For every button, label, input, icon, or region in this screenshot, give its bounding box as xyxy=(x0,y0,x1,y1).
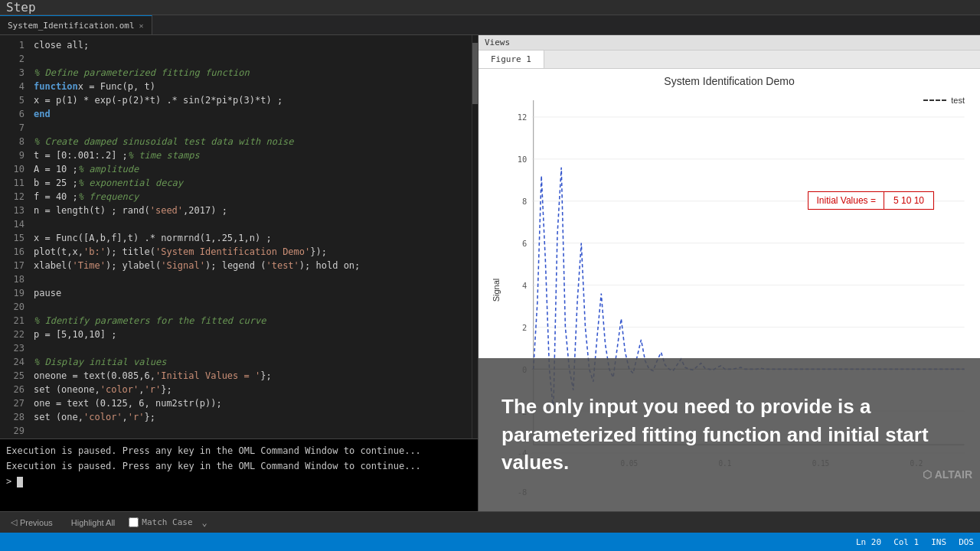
svg-text:8: 8 xyxy=(522,197,527,207)
search-bar: ◁ Previous Highlight All Match Case ⌄ xyxy=(0,511,980,533)
code-line: set (oneone, 'color', 'r'}; xyxy=(34,383,472,396)
line-number: 27 xyxy=(0,396,24,410)
match-case-text: Match Case xyxy=(142,517,192,527)
views-label: Views xyxy=(485,37,510,47)
line-number: 4 xyxy=(0,80,24,93)
search-arrow-icon[interactable]: ⌄ xyxy=(202,517,207,528)
status-right: Ln 20 Col 1 INS DOS xyxy=(856,537,974,547)
console-cursor xyxy=(17,477,23,487)
line-number: 18 xyxy=(0,272,24,286)
code-line: plot(t,x, 'b:'); title('System Identific… xyxy=(34,245,472,259)
match-case-label[interactable]: Match Case xyxy=(129,517,192,527)
code-line: b = 25 ; % exponential decay xyxy=(34,176,472,190)
line-number: 8 xyxy=(0,135,24,148)
prompt-text: > xyxy=(6,476,17,487)
line-number: 5 xyxy=(0,93,24,107)
initial-values-label: Initial Values = xyxy=(808,191,884,210)
initial-values-container: Initial Values = 5 10 10 xyxy=(808,191,934,210)
previous-button[interactable]: ◁ Previous xyxy=(6,516,57,529)
code-line: function x = Func(p, t) xyxy=(34,80,472,93)
line-number: 28 xyxy=(0,410,24,424)
editor-scrollbar[interactable] xyxy=(472,35,478,439)
status-format: DOS xyxy=(959,537,974,547)
line-numbers: 1234567891011121314151617181920212223242… xyxy=(0,35,31,439)
line-number: 17 xyxy=(0,259,24,272)
line-number: 19 xyxy=(0,286,24,300)
code-line: % Define parameterized fitting function xyxy=(34,66,472,80)
altair-brand: ⬡ ALTAIR xyxy=(923,468,972,481)
line-number: 29 xyxy=(0,424,24,438)
code-line: % Display initial values xyxy=(34,355,472,369)
line-number: 23 xyxy=(0,341,24,355)
status-ins: INS xyxy=(931,537,946,547)
code-line: n = length(t) ; rand('seed',2017) ; xyxy=(34,204,472,217)
main-area: 1234567891011121314151617181920212223242… xyxy=(0,35,980,511)
tab-label: System_Identification.oml xyxy=(8,21,135,31)
figure-panel: Views Figure 1 System Identification Dem… xyxy=(479,35,980,511)
overlay-message: The only input you need to provide is a … xyxy=(501,393,957,476)
highlight-all-button[interactable]: Highlight All xyxy=(67,517,119,529)
code-line: pause xyxy=(34,286,472,300)
code-line: f = 40 ; % frequency xyxy=(34,190,472,204)
line-number: 30 xyxy=(0,438,24,439)
editor-area: 1234567891011121314151617181920212223242… xyxy=(0,35,479,511)
figure-tab-1[interactable]: Figure 1 xyxy=(479,51,544,68)
line-number: 9 xyxy=(0,148,24,162)
code-line xyxy=(34,217,472,231)
line-number: 12 xyxy=(0,190,24,204)
line-number: 7 xyxy=(0,121,24,135)
line-number: 15 xyxy=(0,231,24,245)
code-line: close all; xyxy=(34,38,472,52)
scrollbar-thumb xyxy=(472,43,478,104)
line-number: 25 xyxy=(0,369,24,383)
code-line: % Create damped sinusoidal test data wit… xyxy=(34,135,472,148)
initial-values-numbers: 5 10 10 xyxy=(884,191,934,210)
svg-text:10: 10 xyxy=(518,155,528,165)
code-line xyxy=(34,121,472,135)
top-bar: Step xyxy=(0,0,980,15)
status-col: Col 1 xyxy=(893,537,919,547)
tab-close-button[interactable]: ✕ xyxy=(139,21,144,30)
chart-area: System Identification Demo Signal test xyxy=(479,69,980,511)
status-bar: Ln 20 Col 1 INS DOS xyxy=(0,533,980,551)
code-line: x = p(1) * exp(-p(2)*t) .* sin(2*pi*p(3)… xyxy=(34,93,472,107)
match-case-checkbox[interactable] xyxy=(129,517,139,527)
svg-text:6: 6 xyxy=(522,239,527,249)
svg-text:12: 12 xyxy=(518,112,528,122)
code-line xyxy=(34,341,472,355)
views-bar: Views xyxy=(479,35,980,51)
top-bar-title: Step xyxy=(6,0,36,15)
console-prompt[interactable]: > xyxy=(6,474,472,488)
overlay-text-panel: The only input you need to provide is a … xyxy=(479,358,980,511)
editor-tab[interactable]: System_Identification.oml ✕ xyxy=(0,15,152,34)
line-number: 14 xyxy=(0,217,24,231)
code-container: 1234567891011121314151617181920212223242… xyxy=(0,35,478,439)
status-ln: Ln 20 xyxy=(856,537,881,547)
svg-text:2: 2 xyxy=(522,323,527,333)
svg-text:4: 4 xyxy=(522,281,527,291)
line-number: 16 xyxy=(0,245,24,259)
console-line-2: Execution is paused. Press any key in th… xyxy=(6,459,472,473)
code-line: x = Func([A,b,f],t) .* normrnd(1,.25,1,n… xyxy=(34,231,472,245)
line-number: 2 xyxy=(0,52,24,66)
line-number: 26 xyxy=(0,383,24,396)
line-number: 10 xyxy=(0,162,24,176)
code-line: p = [5,10,10] ; xyxy=(34,328,472,341)
line-number: 24 xyxy=(0,355,24,369)
y-axis-label: Signal xyxy=(492,279,501,302)
console-line-1: Execution is paused. Press any key in th… xyxy=(6,444,472,458)
line-number: 1 xyxy=(0,38,24,52)
code-line: oneone = text(0.085,6, 'Initial Values =… xyxy=(34,369,472,383)
code-line xyxy=(34,300,472,314)
code-line xyxy=(34,52,472,66)
line-number: 22 xyxy=(0,328,24,341)
figure-tab-label: Figure 1 xyxy=(491,54,531,64)
console-area: Execution is paused. Press any key in th… xyxy=(0,439,478,511)
code-line: A = 10 ; % amplitude xyxy=(34,162,472,176)
code-content[interactable]: close all;% Define parameterized fitting… xyxy=(31,35,472,439)
code-line: one = text (0.125, 6, num2str(p)); xyxy=(34,396,472,410)
line-number: 6 xyxy=(0,107,24,121)
line-number: 11 xyxy=(0,176,24,190)
code-line: set (one, 'color', 'r'}; xyxy=(34,410,472,424)
code-line: pause xyxy=(34,438,472,439)
